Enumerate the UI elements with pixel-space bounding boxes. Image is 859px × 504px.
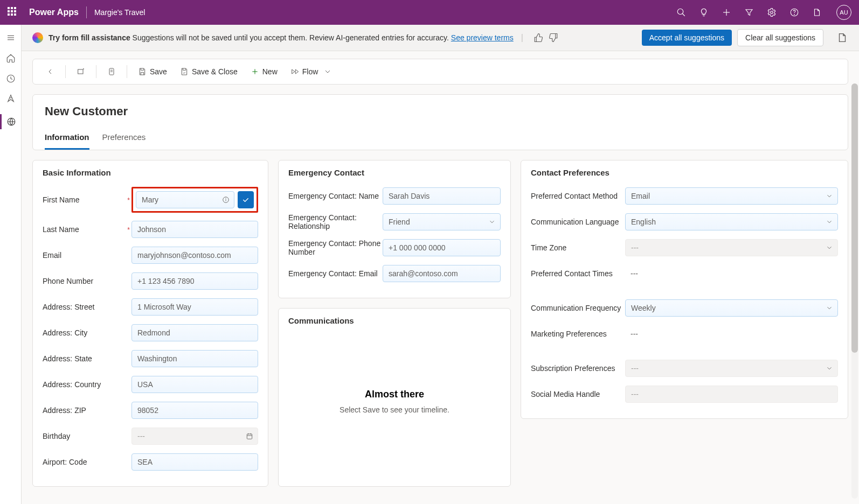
scrollbar-thumb[interactable] <box>851 83 858 353</box>
label-pref-method: Preferred Contact Method <box>531 192 625 200</box>
tab-information[interactable]: Information <box>45 132 89 150</box>
input-pref-tz[interactable]: --- <box>625 239 838 256</box>
input-state[interactable]: Washington <box>131 350 258 367</box>
label-airport: Airport: Code <box>43 458 131 466</box>
field-pref-lang: Communication Language English <box>531 213 838 231</box>
label-ec-email: Emergency Contact: Email <box>288 269 383 278</box>
field-pref-method: Preferred Contact Method Email <box>531 187 838 205</box>
field-ec-name: Emergency Contact: Name Sarah Davis <box>288 187 501 205</box>
new-button[interactable]: New <box>245 64 283 79</box>
input-pref-freq[interactable]: Weekly <box>625 299 838 317</box>
info-icon[interactable] <box>222 196 230 205</box>
save-close-button[interactable]: Save & Close <box>175 64 243 79</box>
save-button[interactable]: Save <box>133 64 172 79</box>
recent-icon[interactable] <box>5 73 16 84</box>
divider: | <box>521 33 523 43</box>
new-label: New <box>262 67 278 76</box>
input-last-name[interactable]: Johnson <box>131 221 258 238</box>
field-phone: Phone Number +1 123 456 7890 <box>43 272 258 290</box>
copilot-header-icon[interactable] <box>812 7 822 18</box>
field-last-name: Last Name Johnson <box>43 220 258 239</box>
app-launcher-icon[interactable] <box>8 7 18 18</box>
back-button[interactable] <box>40 64 60 79</box>
left-rail <box>0 25 22 504</box>
input-pref-method[interactable]: Email <box>625 187 838 205</box>
thumbs-up-icon[interactable] <box>533 32 544 43</box>
communications-section: Communications Almost there Select Save … <box>278 308 511 487</box>
rail-active-item[interactable] <box>0 114 21 129</box>
copilot-launch-icon[interactable] <box>836 32 848 44</box>
input-ec-phone[interactable]: +1 000 000 0000 <box>383 239 501 256</box>
label-last-name: Last Name <box>43 225 131 234</box>
suggestion-body: Suggestions will not be saved until you … <box>130 33 451 42</box>
input-ec-name[interactable]: Sarah Davis <box>383 187 501 205</box>
user-avatar[interactable]: AU <box>836 5 851 20</box>
lightbulb-icon[interactable] <box>698 7 709 18</box>
svg-point-20 <box>226 198 226 199</box>
input-ec-rel[interactable]: Friend <box>383 213 501 230</box>
label-pref-mkt: Marketing Preferences <box>531 330 625 338</box>
calendar-icon[interactable] <box>246 432 253 442</box>
form-tabs: Information Preferences <box>45 132 836 150</box>
environment-name[interactable]: Margie's Travel <box>94 8 145 17</box>
field-pref-freq: Communication Frequency Weekly <box>531 299 838 317</box>
label-phone: Phone Number <box>43 277 131 285</box>
pinned-icon[interactable] <box>5 94 16 104</box>
first-name-value: Mary <box>142 195 158 204</box>
field-street: Address: Street 1 Microsoft Way <box>43 298 258 316</box>
input-first-name[interactable]: Mary <box>136 191 234 208</box>
input-pref-lang[interactable]: English <box>625 213 838 230</box>
svg-point-6 <box>794 14 795 15</box>
input-phone[interactable]: +1 123 456 7890 <box>131 272 258 290</box>
label-country: Address: Country <box>43 380 131 389</box>
field-first-name: First Name Mary <box>43 187 258 213</box>
search-icon[interactable] <box>676 7 687 18</box>
label-city: Address: City <box>43 328 131 337</box>
tab-preferences[interactable]: Preferences <box>102 132 146 150</box>
page-header-card: New Customer Information Preferences <box>32 94 848 150</box>
hamburger-icon[interactable] <box>5 32 16 43</box>
settings-icon[interactable] <box>766 7 777 18</box>
form-columns: Basic Information First Name Mary Last N… <box>32 160 848 487</box>
field-pref-sub: Subscription Preferences --- <box>531 359 838 377</box>
thumbs-down-icon[interactable] <box>548 32 559 43</box>
input-zip[interactable]: 98052 <box>131 402 258 419</box>
header-actions: AU <box>676 5 851 20</box>
filter-icon[interactable] <box>744 7 754 18</box>
input-pref-times[interactable]: --- <box>625 265 838 282</box>
analyzer-button[interactable] <box>102 64 121 79</box>
input-pref-mkt[interactable]: --- <box>625 325 838 342</box>
divider <box>86 6 87 18</box>
input-country[interactable]: USA <box>131 376 258 393</box>
flow-button[interactable]: Flow <box>285 64 338 79</box>
svg-line-1 <box>682 13 685 16</box>
field-pref-tz: Time Zone --- <box>531 239 838 257</box>
basic-information-section: Basic Information First Name Mary Last N… <box>32 160 268 487</box>
input-city[interactable]: Redmond <box>131 324 258 341</box>
field-ec-rel: Emergency Contact: Relationship Friend <box>288 213 501 231</box>
input-pref-social[interactable]: --- <box>625 386 838 403</box>
clear-all-button[interactable]: Clear all suggestions <box>737 29 823 46</box>
input-street[interactable]: 1 Microsoft Way <box>131 298 258 316</box>
open-new-window-button[interactable] <box>71 64 91 79</box>
field-zip: Address: ZIP 98052 <box>43 401 258 419</box>
label-pref-sub: Subscription Preferences <box>531 364 625 373</box>
input-airport[interactable]: SEA <box>131 453 258 471</box>
accept-suggestion-button[interactable] <box>238 191 254 208</box>
add-icon[interactable] <box>721 7 732 18</box>
label-zip: Address: ZIP <box>43 406 131 415</box>
copilot-icon <box>32 32 43 43</box>
home-icon[interactable] <box>5 53 16 64</box>
communications-heading: Communications <box>288 316 501 325</box>
emergency-contact-section: Emergency Contact Emergency Contact: Nam… <box>278 160 511 298</box>
help-icon[interactable] <box>789 7 800 18</box>
input-birthday[interactable]: --- <box>131 428 258 445</box>
input-email[interactable]: maryjohnson@contoso.com <box>131 247 258 264</box>
input-pref-sub[interactable]: --- <box>625 360 838 377</box>
input-ec-email[interactable]: sarah@contoso.com <box>383 265 501 282</box>
page-title: New Customer <box>45 104 836 118</box>
chevron-down-icon <box>826 244 833 253</box>
accept-all-button[interactable]: Accept all suggestions <box>642 30 732 46</box>
preview-terms-link[interactable]: See preview terms <box>451 33 514 42</box>
label-birthday: Birthday <box>43 432 131 440</box>
